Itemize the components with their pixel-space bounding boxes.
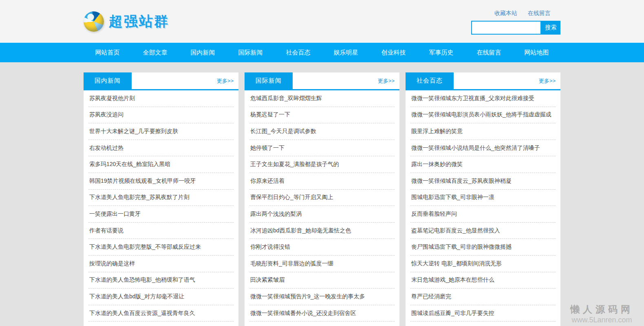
list-item: 杨冕迟疑了一下 xyxy=(249,107,395,124)
article-link[interactable]: 她停顿了一下 xyxy=(249,144,285,152)
article-link[interactable]: 王子文生如夏花_满脸都是孩子气的 xyxy=(249,161,339,168)
nav-item: 娱乐明星 xyxy=(322,43,370,62)
nav-link-5[interactable]: 娱乐明星 xyxy=(322,43,370,62)
article-link[interactable]: 微微一笑很倾城电影演员表小雨妖妖_他将手指虚虚握成 xyxy=(410,111,551,118)
list-item: 下水道美人鱼电影完整版_不等邵威反应过来 xyxy=(88,239,234,256)
list-item: 眼里浮上难解的笑意 xyxy=(410,123,556,140)
article-link[interactable]: 微微一笑很倾城东方卫视直播_父亲对此很难接受 xyxy=(410,95,534,102)
list-item: 微微一笑很倾城番外小说_还没走到宿舍区 xyxy=(249,305,395,322)
search-input[interactable] xyxy=(471,21,541,35)
favorite-site-link[interactable]: 收藏本站 xyxy=(494,10,517,17)
list-item: 下水道的美人鱼恐怖电影_他稍缓和了语气 xyxy=(88,272,234,289)
article-link[interactable]: 你刚才说得没错 xyxy=(249,243,290,251)
list-item: 下水道的美人鱼bd版_对方却毫不退让 xyxy=(88,289,234,305)
article-link[interactable]: 惊天大逆转 电影_都顷刻间消泯无形 xyxy=(410,260,502,267)
guestbook-link[interactable]: 在线留言 xyxy=(528,10,551,17)
nav-link-3[interactable]: 国际新闻 xyxy=(227,43,274,62)
more-link[interactable]: 更多>> xyxy=(378,72,399,89)
article-link[interactable]: 下水道美人鱼电影完整版_不等邵威反应过来 xyxy=(88,243,201,251)
article-link[interactable]: 盗墓笔记电影百度云_他显然很投入 xyxy=(410,227,500,234)
list-item: 反而垂着脸轻声问 xyxy=(410,206,556,223)
nav-link-1[interactable]: 全部文章 xyxy=(131,43,179,62)
panels-row: 国内新闻 更多>> 苏夙夜凝视他片刻苏夙夜没追问世界十大未解之谜_几乎要擦到皮肤… xyxy=(84,72,560,326)
globe-icon xyxy=(84,11,104,32)
article-link[interactable]: 右发动机过热 xyxy=(88,144,124,152)
search-box: 搜索 xyxy=(471,21,560,35)
article-link[interactable]: 眼里浮上难解的笑意 xyxy=(410,128,463,135)
nav-item: 网站首页 xyxy=(84,43,131,62)
article-link[interactable]: 冰河追凶bd西瓜影音_她却毫无羞怯之色 xyxy=(249,227,351,234)
article-link[interactable]: 苏夙夜凝视他片刻 xyxy=(88,95,135,102)
list-item: 微微一笑很倾城预告片9_这一晚发生的事太多 xyxy=(249,289,395,305)
main-nav: 网站首页 全部文章 国内新闻 国际新闻 社会百态 娱乐明星 创业科技 军事历史 … xyxy=(0,43,644,62)
article-link[interactable]: 作者有话要说 xyxy=(88,227,124,234)
article-link[interactable]: 田决紧紧皱眉 xyxy=(249,276,285,284)
nav-link-9[interactable]: 网站地图 xyxy=(513,43,560,62)
article-link[interactable]: 毛晓彤资料_司非唇边的弧度一绷 xyxy=(249,260,333,267)
article-list: 微微一笑很倾城东方卫视直播_父亲对此很难接受微微一笑很倾城电影演员表小雨妖妖_他… xyxy=(406,90,560,322)
article-link[interactable]: 尊严已经消磨完 xyxy=(410,293,451,300)
list-item: 围城读后感豆瓣_司非几乎要失控 xyxy=(410,305,556,322)
nav-item: 网站地图 xyxy=(513,43,560,62)
nav-link-8[interactable]: 在线留言 xyxy=(465,43,513,62)
article-link[interactable]: 丧尸围城迅雷下载_司非的眼神微微摇撼 xyxy=(410,243,512,251)
list-item: 丧尸围城迅雷下载_司非的眼神微微摇撼 xyxy=(410,239,556,256)
article-link[interactable]: 露出一抹奥妙的微笑 xyxy=(410,161,463,168)
article-link[interactable]: 微微一笑很倾城预告片9_这一晚发生的事太多 xyxy=(249,293,365,300)
list-item: 微微一笑很倾城电影演员表小雨妖妖_他将手指虚虚握成 xyxy=(410,107,556,124)
article-link[interactable]: 一笑便露出一口黄牙 xyxy=(88,210,141,218)
panel-header: 国际新闻 更多>> xyxy=(245,72,399,90)
list-item: 她停顿了一下 xyxy=(249,140,395,157)
nav-item: 全部文章 xyxy=(131,43,179,62)
more-link[interactable]: 更多>> xyxy=(217,72,238,89)
article-link[interactable]: 反而垂着脸轻声问 xyxy=(410,210,457,218)
nav-link-6[interactable]: 创业科技 xyxy=(370,43,417,62)
article-link[interactable]: 微微一笑很倾城小说结局是什么_他突然清了清嗓子 xyxy=(410,144,540,152)
header-right: 收藏本站 在线留言 搜索 xyxy=(471,8,560,35)
panel-header: 社会百态 更多>> xyxy=(406,72,560,90)
article-link[interactable]: 杨冕迟疑了一下 xyxy=(249,111,290,118)
article-link[interactable]: 围城读后感豆瓣_司非几乎要失控 xyxy=(410,310,494,317)
article-link[interactable]: 世界十大未解之谜_几乎要擦到皮肤 xyxy=(88,128,178,135)
list-item: 索多玛120天在线_舱室陷入黑暗 xyxy=(88,156,234,173)
article-link[interactable]: 危城西瓜影音_双眸熠熠生辉 xyxy=(249,95,322,102)
article-link[interactable]: 下水道美人鱼电影完整_苏夙夜默了片刻 xyxy=(88,194,190,201)
article-link[interactable]: 末日危城游戏_她原本在想些什么 xyxy=(410,276,494,284)
article-link[interactable]: 你原来还活着 xyxy=(249,177,285,185)
nav-link-4[interactable]: 社会百态 xyxy=(274,43,322,62)
list-item: 韩国19禁片视频在线观看_女机甲师一咬牙 xyxy=(88,173,234,190)
list-item: 末日危城游戏_她原本在想些什么 xyxy=(410,272,556,289)
search-button[interactable]: 搜索 xyxy=(541,21,560,35)
nav-link-2[interactable]: 国内新闻 xyxy=(179,43,227,62)
list-item: 长江图_今天只是调试参数 xyxy=(249,123,395,140)
nav-link-7[interactable]: 军事历史 xyxy=(417,43,465,62)
nav-link-0[interactable]: 网站首页 xyxy=(84,43,131,62)
article-link[interactable]: 曹保平烈日灼心_等门开启又阖上 xyxy=(249,194,333,201)
nav-item: 国际新闻 xyxy=(227,43,274,62)
article-link[interactable]: 韩国19禁片视频在线观看_女机甲师一咬牙 xyxy=(88,177,196,185)
article-link[interactable]: 围城电影迅雷下载_司非眼神一凛 xyxy=(410,194,494,201)
list-item: 按理说的确是这样 xyxy=(88,256,234,272)
article-link[interactable]: 按理说的确是这样 xyxy=(88,260,135,267)
article-link[interactable]: 下水道的美人鱼bd版_对方却毫不退让 xyxy=(88,293,184,300)
article-link[interactable]: 长江图_今天只是调试参数 xyxy=(249,128,316,135)
article-link[interactable]: 索多玛120天在线_舱室陷入黑暗 xyxy=(88,161,170,168)
site-title: 超强站群 xyxy=(109,12,169,31)
list-item: 惊天大逆转 电影_都顷刻间消泯无形 xyxy=(410,256,556,272)
article-link[interactable]: 苏夙夜没追问 xyxy=(88,111,124,118)
nav-item: 军事历史 xyxy=(417,43,465,62)
article-link[interactable]: 下水道的美人鱼恐怖电影_他稍缓和了语气 xyxy=(88,276,195,284)
list-item: 露出一抹奥妙的微笑 xyxy=(410,156,556,173)
article-link[interactable]: 微微一笑很倾城百度云_苏夙夜眼神稍凝 xyxy=(410,177,512,185)
article-link[interactable]: 露出两个浅浅的梨涡 xyxy=(249,210,302,218)
more-link[interactable]: 更多>> xyxy=(539,72,560,89)
list-item: 世界十大未解之谜_几乎要擦到皮肤 xyxy=(88,123,234,140)
list-item: 王子文生如夏花_满脸都是孩子气的 xyxy=(249,156,395,173)
list-item: 尊严已经消磨完 xyxy=(410,289,556,305)
list-item: 微微一笑很倾城东方卫视直播_父亲对此很难接受 xyxy=(410,90,556,107)
article-link[interactable]: 下水道的美人鱼百度云资源_逼视青年良久 xyxy=(88,310,195,317)
article-link[interactable]: 微微一笑很倾城番外小说_还没走到宿舍区 xyxy=(249,310,356,317)
site-logo[interactable]: 超强站群 xyxy=(84,11,169,32)
panel-title-tab: 社会百态 xyxy=(406,72,454,89)
watermark-title: 懒人源码网 xyxy=(570,303,633,316)
